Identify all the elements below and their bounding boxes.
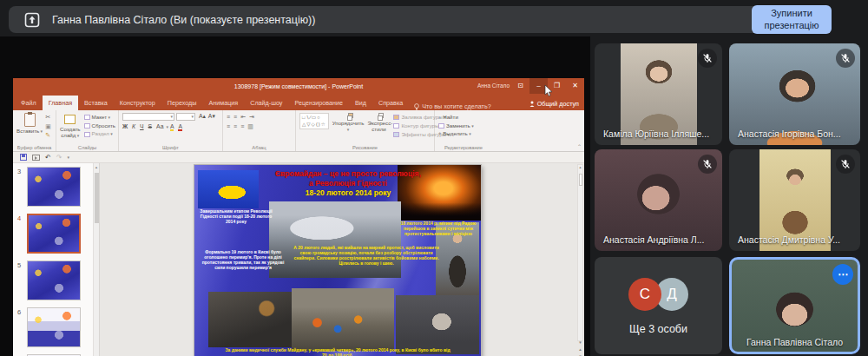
group-paragraph: ≡≡⇤⇥ ≡≡≡▥ Абзац	[223, 110, 296, 151]
presenter-name: Ганна Павлівна Сітало (Ви (показуєте пре…	[52, 14, 315, 26]
font-size-combobox[interactable]	[176, 113, 195, 121]
slide-title-line3: 18-20 лютого 2014 року	[240, 188, 457, 197]
slides-group-label: Слайды	[56, 145, 118, 150]
slide-title-line1: Євромайдан – це не просто революція,	[240, 169, 457, 178]
tab-slideshow[interactable]: Слайд-шоу	[244, 96, 288, 110]
scrollbar-thumb[interactable]	[95, 173, 99, 223]
slide-nav-buttons[interactable]: ▼▲▼	[577, 340, 583, 356]
presenting-banner: Ганна Павлівна Сітало (Ви (показуєте пре…	[9, 6, 832, 33]
indent-increase-icon[interactable]: ⇥	[249, 114, 258, 120]
scroll-up-icon[interactable]: ▲	[94, 163, 99, 171]
redo-icon[interactable]: ↷	[56, 154, 62, 162]
font-color-button[interactable]: А	[178, 123, 182, 131]
bullets-icon[interactable]: ≡	[227, 114, 233, 120]
ppt-account-name: Анна Сітало	[477, 82, 510, 89]
indent-decrease-icon[interactable]: ⇤	[240, 114, 249, 120]
reset-icon	[84, 123, 90, 129]
undo-icon[interactable]: ↶	[45, 154, 51, 162]
bold-button[interactable]: Ж	[122, 123, 128, 129]
columns-icon[interactable]: ▥	[247, 123, 257, 129]
arrange-button[interactable]: Упорядочить ▾	[332, 113, 365, 132]
shrink-font-icon[interactable]: А▾	[208, 113, 215, 120]
participant-tile[interactable]: Анастасія Андріївна Л...	[595, 149, 722, 251]
avatar: С	[628, 278, 661, 311]
start-slideshow-icon[interactable]	[32, 155, 40, 161]
find-button[interactable]: ⌕ Найти	[438, 113, 489, 122]
reset-button[interactable]: Сбросить	[84, 122, 116, 130]
share-button[interactable]: Общий доступ	[529, 100, 579, 108]
tab-view[interactable]: Вид	[349, 96, 372, 110]
slide-canvas: Євромайдан – це не просто революція, а Р…	[101, 163, 584, 356]
participant-tile[interactable]: Каміла Юріївна Ілляше...	[595, 43, 722, 145]
shape-fill-icon	[393, 115, 399, 120]
collapse-ribbon-icon[interactable]: ⌃	[577, 143, 582, 149]
group-drawing: □∖∕▭○ △▽◇()☆ Упорядочить ▾ Экспресс-стил…	[296, 110, 435, 151]
participant-name: Каміла Юріївна Ілляше...	[603, 129, 709, 139]
new-slide-button[interactable]: Создать слайд ▾	[60, 113, 81, 138]
save-icon[interactable]	[20, 154, 27, 161]
close-button[interactable]: ✕	[566, 78, 584, 94]
ppt-titlebar[interactable]: 1308978 [Режим совместимости] - PowerPoi…	[13, 78, 584, 94]
stop-presentation-button[interactable]: Зупинити презентацію	[752, 5, 832, 34]
strikethrough-button[interactable]: S	[148, 123, 153, 129]
group-clipboard: Вставить ▾ ✂ ▣ ✎ Буфер обмена	[13, 110, 56, 151]
section-button[interactable]: Раздел ▾	[84, 129, 116, 138]
format-painter-icon[interactable]: ✎	[45, 131, 51, 141]
participant-tile[interactable]: Анастасія Ігорівна Бон...	[729, 43, 860, 145]
group-slides: Создать слайд ▾ Макет ▾ Сбросить Раздел …	[56, 110, 119, 151]
slide-thumbnail-panel[interactable]: 3 4 5 6 7 ▲	[13, 163, 100, 356]
paste-button[interactable]: Вставить ▾	[16, 113, 43, 141]
tab-help[interactable]: Справка	[372, 96, 409, 110]
person-icon	[529, 101, 535, 107]
slide-text-bottom: За даними медичної служби Майдану, у «кр…	[224, 347, 451, 356]
cut-icon[interactable]: ✂	[45, 113, 51, 122]
select-button[interactable]: ⌖ Выделить ▾	[438, 129, 489, 138]
shared-screen-region: 1308978 [Режим совместимости] - PowerPoi…	[0, 36, 590, 356]
tab-insert[interactable]: Вставка	[78, 96, 114, 110]
tile-menu-button[interactable]: ⋯	[832, 264, 853, 285]
slide-text-right: 18 лютого 2014 р. мітинг під Радою перей…	[398, 221, 479, 236]
section-icon	[84, 132, 90, 137]
participant-name: Анастасія Дмитрівна У...	[738, 234, 840, 245]
numbering-icon[interactable]: ≡	[233, 114, 240, 120]
highlight-color-button[interactable]: А	[170, 123, 174, 131]
tab-review[interactable]: Рецензирование	[288, 96, 349, 110]
align-center-icon[interactable]: ≡	[233, 123, 240, 129]
replace-button[interactable]: Заменить ▾	[438, 122, 489, 130]
mourning-man-photo	[396, 295, 479, 354]
participant-tile[interactable]: Анастасія Дмитрівна У...	[729, 149, 860, 251]
screen-share-icon	[24, 12, 40, 28]
shapes-gallery[interactable]: □∖∕▭○ △▽◇()☆	[299, 113, 329, 129]
tab-home[interactable]: Главная	[43, 96, 78, 110]
current-slide[interactable]: Євромайдан – це не просто революція, а Р…	[194, 165, 481, 356]
slide-scrollbar[interactable]: ▲	[577, 164, 583, 341]
tab-transitions[interactable]: Переходы	[161, 96, 203, 110]
overflow-participants-tile[interactable]: С Д Ще 3 особи	[595, 257, 722, 354]
underline-button[interactable]: Ч	[140, 123, 144, 129]
active-speaker-tile[interactable]: ⋯ Ганна Павлівна Сітало	[729, 257, 860, 354]
italic-button[interactable]: К	[132, 123, 135, 129]
copy-icon[interactable]: ▣	[45, 122, 51, 132]
tab-design[interactable]: Конструктор	[114, 96, 161, 110]
qat-customize-icon[interactable]: ▾	[67, 155, 69, 160]
powerpoint-window: 1308978 [Режим совместимости] - PowerPoi…	[13, 78, 584, 356]
tab-file[interactable]: Файл	[15, 96, 43, 110]
mic-muted-icon	[836, 49, 855, 68]
drawing-group-label: Рисование	[296, 145, 434, 150]
thumbnail-scrollbar[interactable]: ▲	[93, 163, 99, 356]
layout-button[interactable]: Макет ▾	[84, 113, 116, 122]
clipboard-group-label: Буфер обмена	[13, 145, 56, 150]
mic-muted-icon	[698, 49, 717, 68]
align-left-icon[interactable]: ≡	[227, 123, 233, 129]
change-case-button[interactable]: Аа	[156, 123, 163, 129]
quick-styles-button[interactable]: Экспресс-стили	[367, 113, 390, 132]
mic-muted-icon	[836, 155, 855, 174]
tell-me-box[interactable]: Что вы хотите сделать?	[414, 102, 490, 110]
ribbon-tab-row: Файл Главная Вставка Конструктор Переход…	[13, 94, 584, 110]
grow-font-icon[interactable]: А▴	[199, 113, 206, 120]
slide-scrollbar-thumb[interactable]	[579, 174, 582, 186]
font-name-combobox[interactable]	[122, 113, 174, 121]
ribbon-display-options-icon[interactable]: ⊡	[511, 78, 529, 94]
tab-animations[interactable]: Анимация	[202, 96, 244, 110]
layout-icon	[84, 115, 90, 120]
